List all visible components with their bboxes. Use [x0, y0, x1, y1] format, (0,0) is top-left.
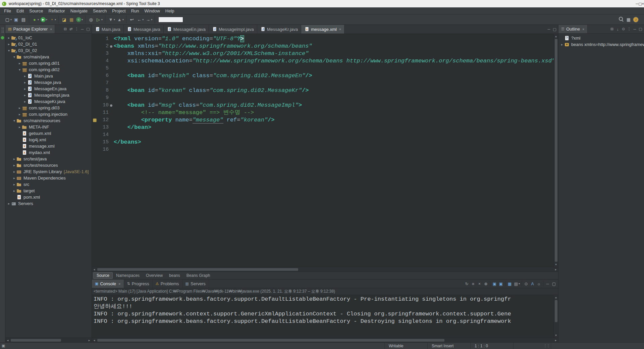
close-icon[interactable]: ×	[582, 27, 584, 31]
scrollbar-thumb[interactable]	[555, 39, 557, 262]
focus-icon[interactable]: ⊙	[621, 26, 626, 32]
chevron-right-icon[interactable]: ▸	[7, 202, 11, 205]
minimize-icon[interactable]: ─	[632, 26, 638, 32]
dropdown-arrow-icon[interactable]: ▾	[10, 18, 12, 21]
dropdown-arrow-icon[interactable]: ▾	[55, 18, 56, 21]
code-line[interactable]: 6 <bean id="english" class="com.spring.d…	[92, 72, 553, 80]
sort-icon[interactable]: ↓	[615, 26, 621, 32]
chevron-right-icon[interactable]: ▸	[12, 183, 16, 186]
dropdown-arrow-icon[interactable]: ▾	[114, 18, 115, 21]
chevron-down-icon[interactable]: ▾	[7, 49, 11, 52]
collapse-all-icon[interactable]: ⊟	[62, 26, 68, 32]
code-line[interactable]: 3 xmlns:xsi="http://www.w3.org/2001/XMLS…	[92, 50, 553, 57]
drag-grip-icon[interactable]	[2, 28, 4, 33]
tree-item[interactable]: pom.xml	[5, 194, 92, 200]
save-icon[interactable]: ▣	[13, 16, 19, 23]
editor-vscrollbar[interactable]: ▴ ▾	[553, 34, 558, 267]
external-tools-icon[interactable]: ▷	[95, 16, 102, 23]
code-line[interactable]: 2<beans xmlns="http://www.springframewor…	[92, 43, 553, 50]
new-package-icon[interactable]: ▦	[68, 16, 75, 23]
view-tab-progress[interactable]: ⇅Progress	[124, 280, 153, 288]
code-line[interactable]: 13 </bean>	[92, 124, 553, 131]
code-line[interactable]: 10 <bean id="msg" class="com.spring.di02…	[92, 102, 553, 109]
chevron-right-icon[interactable]: ▸	[23, 87, 27, 91]
chevron-right-icon[interactable]: ▸	[12, 189, 16, 193]
scrollbar-thumb[interactable]	[97, 268, 298, 271]
outline-item[interactable]: ?xml	[558, 35, 644, 41]
scroll-up-icon[interactable]: ▴	[554, 34, 558, 39]
dropdown-arrow-icon[interactable]: ▾	[101, 18, 103, 21]
print-icon[interactable]: ▤	[20, 16, 27, 23]
preferences-icon[interactable]: ☼	[536, 281, 542, 287]
editor-tab-MessageImpl.java[interactable]: MessageImpl.java	[209, 25, 257, 34]
editor-tab-MessageKr.java[interactable]: MessageKr.java	[257, 25, 302, 34]
maximize-icon[interactable]: ▢	[85, 26, 91, 32]
back-icon[interactable]: ←	[136, 16, 143, 23]
code-line[interactable]: 16	[92, 146, 553, 153]
subtab-namespaces[interactable]: Namespaces	[113, 272, 143, 279]
chevron-down-icon[interactable]: ▾	[17, 68, 22, 71]
maximize-button[interactable]: ▢	[638, 2, 642, 6]
close-button[interactable]: ×	[642, 2, 644, 6]
minimize-button[interactable]: ─	[636, 2, 638, 6]
scroll-left-icon[interactable]: ◂	[92, 268, 97, 271]
scrollbar-thumb[interactable]	[97, 339, 444, 342]
chevron-right-icon[interactable]: ▸	[17, 61, 22, 65]
tree-item[interactable]: ▸com.spring.di01	[5, 60, 92, 66]
tree-item[interactable]: ▾J03_DI_02	[5, 47, 92, 54]
subtab-beans-graph[interactable]: Beans Graph	[183, 272, 213, 279]
maximize-icon[interactable]: ▢	[638, 26, 643, 32]
menu-source[interactable]: Source	[26, 8, 46, 14]
view-tab-problems[interactable]: ⚠Problems	[153, 280, 182, 288]
chevron-right-icon[interactable]: ▸	[23, 74, 27, 78]
show-console-err-icon[interactable]: ▣	[498, 281, 504, 287]
chevron-right-icon[interactable]: ▸	[17, 106, 22, 110]
scroll-up-icon[interactable]: ▴	[554, 295, 558, 300]
tree-item[interactable]: ▾src/main/java	[5, 54, 92, 60]
display-console-icon[interactable]: ▦	[506, 281, 513, 287]
run-icon[interactable]: ▶	[41, 17, 46, 22]
editor-tab-message.xml[interactable]: message.xml×	[301, 25, 344, 34]
view-menu-icon[interactable]: ⋮	[626, 26, 632, 32]
view-tab-console[interactable]: ▣Console×	[92, 280, 124, 288]
pin-console-icon[interactable]: ⊙	[523, 281, 529, 287]
link-with-editor-icon[interactable]: ⇄	[68, 26, 74, 32]
editor-tab-Message.java[interactable]: Message.java	[124, 25, 164, 34]
tree-item[interactable]: ▸J01_IoC	[5, 35, 92, 41]
remove-launch-icon[interactable]: ×	[476, 281, 483, 287]
scroll-left-icon[interactable]: ◂	[92, 339, 97, 342]
remove-all-launches-icon[interactable]: ⊗	[483, 281, 489, 287]
tree-item[interactable]: ▸src/test/java	[5, 156, 92, 162]
menu-window[interactable]: Window	[142, 8, 163, 14]
new-wizard-icon[interactable]: ▢	[4, 16, 11, 23]
xml-editor[interactable]: 1<?xml version="1.0" encoding="UTF-8"?>2…	[92, 34, 558, 267]
tree-item[interactable]: ▸JRE System Library[JavaSE-1.6]	[5, 168, 92, 175]
scroll-right-icon[interactable]: ▸	[553, 339, 558, 342]
chevron-down-icon[interactable]: ▾	[12, 119, 16, 122]
tree-item[interactable]: ▾src/main/resources	[5, 117, 92, 124]
editor-tab-Main.java[interactable]: Main.java	[92, 25, 124, 34]
open-perspective-icon[interactable]: ▦	[625, 16, 632, 23]
tree-item[interactable]: getsum.xml	[5, 130, 92, 137]
code-line[interactable]: 4 xsi:schemaLocation="http://www.springf…	[92, 57, 553, 65]
search-files-icon[interactable]: ◎	[88, 16, 94, 23]
dropdown-arrow-icon[interactable]: ▾	[122, 18, 124, 21]
menu-search[interactable]: Search	[90, 8, 109, 14]
tree-item[interactable]: ▸MessageImpl.java	[5, 92, 92, 98]
chevron-right-icon[interactable]: ▸	[12, 157, 16, 161]
maximize-icon[interactable]: ▢	[551, 281, 557, 287]
code-line[interactable]: 8 <bean id="korean" class="com.spring.di…	[92, 87, 553, 94]
menu-run[interactable]: Run	[128, 8, 142, 14]
terminate-icon[interactable]: ■	[470, 281, 476, 287]
code-line[interactable]: 15</beans>	[92, 139, 553, 146]
java-perspective-icon[interactable]: J	[633, 17, 638, 22]
next-annotation-icon[interactable]: ▼	[107, 16, 114, 23]
menu-file[interactable]: File	[1, 8, 14, 14]
tree-item[interactable]: ▸target	[5, 188, 92, 194]
collapse-all-icon[interactable]: ⊟	[609, 26, 615, 32]
close-icon[interactable]: ×	[339, 27, 341, 31]
view-menu-icon[interactable]: ⋮	[74, 26, 79, 32]
view-tab-servers[interactable]: ▥Servers	[182, 280, 209, 288]
tree-item[interactable]: ▸J02_DI_01	[5, 41, 92, 47]
search-icon[interactable]	[618, 16, 625, 23]
